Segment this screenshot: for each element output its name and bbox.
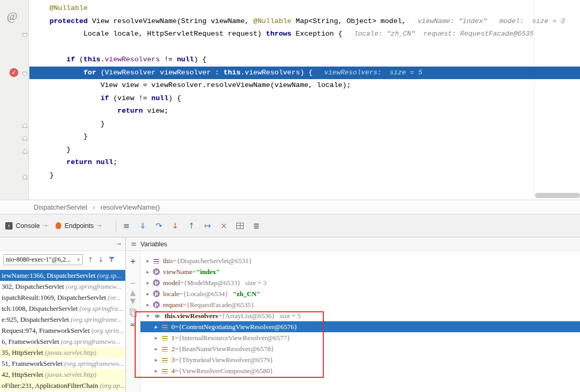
fold-marker-icon[interactable] [22, 31, 28, 37]
tree-chevron-icon[interactable]: ▸ [152, 365, 160, 376]
run-to-cursor-icon[interactable]: ↦ [204, 222, 211, 230]
frame-row[interactable]: 6, FrameworkServlet (org.springframewo..… [0, 336, 125, 347]
fold-marker-icon[interactable] [22, 172, 28, 178]
breakpoint-icon[interactable]: ✓ [9, 68, 18, 77]
equals-sign: = [175, 365, 179, 376]
code-line: View view = viewResolver.resolveViewName… [29, 79, 580, 92]
equals-sign: = [183, 299, 187, 310]
frame-row[interactable]: 42, HttpServlet (javax.servlet.http) [0, 369, 125, 380]
drop-frame-icon[interactable]: × [220, 222, 227, 230]
variable-row[interactable]: ▸this = {DispatcherServlet@6531} [140, 255, 580, 266]
tree-chevron-icon[interactable]: ▸ [152, 343, 160, 354]
frames-list: iewName:1366, DispatcherServlet (org.sp.… [0, 268, 125, 392]
thread-dropdown[interactable]: nio-8080-exec-1"@6,2... ∨ [3, 254, 83, 265]
variable-row[interactable]: ▸pmodel = {ModelMap@6533}size = 3 [140, 277, 580, 288]
add-watch-icon[interactable]: + [130, 257, 136, 265]
variable-value: {ContentNegotiatingViewResolver@6576} [179, 321, 298, 332]
code-line: @Nullable [29, 2, 580, 15]
tree-chevron-icon[interactable]: ▸ [144, 299, 152, 310]
variables-title: Variables [140, 241, 167, 248]
breadcrumb-class[interactable]: DispatcherServlet [34, 203, 87, 211]
tree-chevron-icon[interactable]: ▸ [144, 255, 152, 266]
variable-value: {RequestFacade@6535} [187, 299, 254, 310]
tree-chevron-icon[interactable]: ▾ [144, 310, 152, 321]
fold-marker-icon[interactable] [22, 147, 28, 153]
tree-chevron-icon[interactable]: ▸ [152, 354, 160, 365]
param-icon: p [153, 268, 160, 275]
tab-endpoints[interactable]: Endpoints → [56, 222, 101, 230]
frame-row[interactable]: 51, FrameworkServlet (org.springframewo.… [0, 358, 125, 369]
gutter-line [0, 15, 28, 28]
code-line: } [29, 130, 580, 144]
copy-icon[interactable] [130, 309, 136, 315]
variable-row[interactable]: ▸1 = {InternalResourceViewResolver@6577} [140, 332, 580, 343]
variable-row[interactable]: ▾∞this.viewResolvers = {ArrayList@6536}s… [140, 310, 580, 321]
thread-dropdown-value: nio-8080-exec-1"@6,2... [6, 256, 76, 264]
fold-marker-icon[interactable] [22, 134, 28, 139]
remove-watch-icon[interactable]: − [130, 279, 136, 287]
variable-row[interactable]: ▸4 = {ViewResolverComposite@6580} [140, 365, 580, 376]
frames-pane-header: → [0, 237, 125, 251]
code-line: protected View resolveViewName(String vi… [29, 15, 580, 28]
scroll-down-icon[interactable]: ▼ [130, 297, 136, 304]
filter-icon[interactable] [108, 256, 115, 263]
equals-sign: = [175, 321, 179, 332]
tree-chevron-icon[interactable]: ▸ [152, 332, 160, 343]
horizontal-scrollbar[interactable] [535, 193, 580, 198]
variable-row[interactable]: ▸0 = {ContentNegotiatingViewResolver@657… [140, 321, 580, 332]
watches-toolbar: +−▲▼∞ [126, 251, 140, 392]
fold-marker-icon[interactable] [22, 70, 28, 75]
layout-settings-icon[interactable]: ≣ [253, 222, 260, 230]
tab-console-label: Console [16, 222, 40, 230]
tree-chevron-icon[interactable]: ▸ [152, 321, 160, 332]
variables-menu-icon: ≡ [131, 240, 137, 248]
frame-row[interactable]: oFilter:231, ApplicationFilterChain (org… [0, 380, 125, 391]
editor: @Nullable protected View resolveViewName… [0, 0, 580, 200]
force-step-into-icon[interactable]: ↓ [171, 222, 179, 230]
step-over-icon[interactable]: ↷ [155, 222, 162, 230]
frame-row[interactable]: 302, DispatcherServlet (org.springframew… [0, 281, 125, 292]
pane-arrow-icon[interactable]: → [116, 241, 121, 247]
menu-icon[interactable]: ≡ [123, 222, 130, 230]
fold-marker-icon[interactable] [22, 121, 28, 127]
tab-console[interactable]: › Console → [5, 222, 47, 230]
variable-extra: "zh_CN" [233, 288, 260, 299]
debug-toolbar: › Console → Endpoints → ≡⇓↷↓↑↦×≣ [0, 214, 580, 237]
variable-row[interactable]: ▸2 = {BeanNameViewResolver@6578} [140, 343, 580, 354]
frame-row[interactable]: e:925, DispatcherServlet (org.springfram… [0, 314, 125, 325]
breadcrumb-method[interactable]: resolveViewName() [101, 203, 160, 211]
frame-location: 6, FrameworkServlet [2, 337, 61, 345]
code-line: } [29, 169, 580, 182]
previous-frame-icon[interactable]: ↑ [87, 256, 93, 264]
tree-chevron-icon[interactable]: ▸ [144, 288, 152, 299]
show-execution-point-icon[interactable]: ⇓ [139, 222, 146, 230]
frames-pane: → nio-8080-exec-1"@6,2... ∨ ↑↓ iewName:1… [0, 237, 126, 392]
inline-debug-hint: locale: "zh_CN" request: RequestFacade@6… [354, 30, 533, 38]
frame-location: iewName:1366, DispatcherServlet [2, 271, 97, 279]
next-frame-icon[interactable]: ↓ [98, 256, 104, 264]
frame-row[interactable]: ispatchResult:1069, DispatcherServlet (o… [0, 292, 125, 303]
code-line: if (view != null) { [29, 92, 580, 105]
frame-row[interactable]: tch:1008, DispatcherServlet (org.springf… [0, 303, 125, 314]
breadcrumb: DispatcherServlet › resolveViewName() [0, 200, 580, 214]
tree-chevron-icon[interactable]: ▸ [144, 266, 152, 277]
variable-row[interactable]: ▸plocale = {Locale@6534}"zh_CN" [140, 288, 580, 299]
variable-row[interactable]: ▸pviewName = "index" [140, 266, 580, 277]
frame-row[interactable]: Request:974, FrameworkServlet (org.sprin… [0, 325, 125, 336]
debug-toolbar-icons: ≡⇓↷↓↑↦×≣ [123, 222, 269, 230]
tree-chevron-icon[interactable]: ▸ [144, 277, 152, 288]
variable-row[interactable]: ▸3 = {ThymeleafViewResolver@6579} [140, 354, 580, 365]
element-icon [161, 367, 168, 374]
frame-row[interactable]: iewName:1366, DispatcherServlet (org.sp.… [0, 270, 125, 281]
step-out-icon[interactable]: ↑ [188, 222, 195, 230]
dropdown-chevron-icon: ∨ [76, 257, 80, 262]
element-icon [161, 356, 168, 363]
watches-icon[interactable]: ∞ [130, 321, 136, 328]
code-line: Locale locale, HttpServletRequest reques… [29, 28, 580, 41]
evaluate-expression-icon[interactable] [236, 223, 244, 229]
equals-sign: = [218, 310, 222, 321]
variable-row[interactable]: ▸prequest = {RequestFacade@6535} [140, 299, 580, 310]
frame-row[interactable]: 35, HttpServlet (javax.servlet.http) [0, 347, 125, 358]
scroll-up-icon[interactable]: ▲ [130, 289, 136, 296]
gutter-line [0, 92, 28, 105]
